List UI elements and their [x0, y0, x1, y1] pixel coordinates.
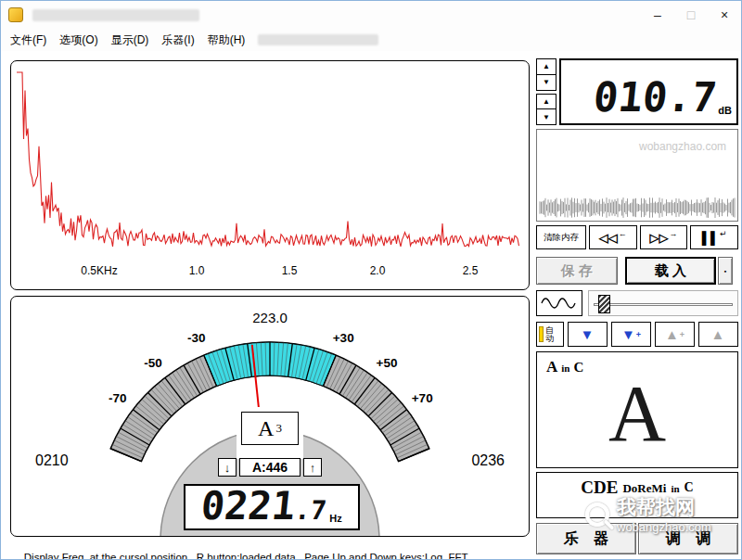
pause-icon: ▌▌ — [702, 231, 719, 245]
redacted-window-title — [32, 9, 199, 21]
app-icon — [8, 7, 23, 22]
forward-button[interactable]: ▷▷→ — [640, 225, 688, 249]
tuning-button[interactable]: 调 调 — [638, 523, 738, 554]
pause-button[interactable]: ▌▌↵ — [690, 225, 738, 249]
capture-waveform-box — [536, 129, 738, 222]
auto-mode-button[interactable]: 自动 — [536, 322, 564, 347]
shift-down-fine-button[interactable]: ▼+ — [611, 322, 651, 347]
menu-instrument[interactable]: 乐器(I) — [161, 32, 194, 48]
titlebar: – □ × — [1, 1, 741, 29]
ref-pitch-value: A:446 — [239, 458, 301, 477]
menu-help[interactable]: 帮助(H) — [208, 32, 246, 48]
doremi-in: in — [671, 483, 679, 494]
level-coarse-spinner: ▲ ▼ — [536, 58, 556, 91]
spectrum-plot — [11, 61, 529, 289]
save-button[interactable]: 保 存 — [536, 257, 618, 285]
auto-indicator — [539, 326, 544, 342]
up-arrow-plus-icon: ▲ — [665, 326, 679, 342]
spectrum-panel[interactable]: 0.5KHz 1.0 1.5 2.0 2.5 — [10, 60, 530, 290]
reference-pitch-row: ↓ A:446 ↑ — [11, 458, 529, 477]
status-bar: Display Freq. at the cursol position R.b… — [12, 541, 468, 560]
frequency-fraction: .7 — [294, 497, 328, 525]
slider-thumb[interactable] — [598, 295, 610, 313]
up-arrow-icon: ▲ — [711, 326, 725, 342]
x-tick-label: 1.0 — [189, 264, 205, 277]
redacted-menu-text — [258, 34, 378, 45]
shift-up-button[interactable]: ▲ — [698, 322, 738, 347]
volume-slider[interactable] — [588, 290, 738, 316]
x-tick-label: 0.5KHz — [81, 264, 117, 277]
ref-pitch-up-button[interactable]: ↑ — [303, 458, 322, 477]
svg-text:-70: -70 — [109, 391, 127, 405]
close-button[interactable]: × — [708, 1, 741, 29]
menu-display[interactable]: 显示(D) — [111, 32, 149, 48]
shift-up-fine-button[interactable]: ▲+ — [655, 322, 695, 347]
doremi-prefix: CDE — [581, 477, 618, 498]
cursor-frequency-readout: 223.0 — [11, 310, 529, 325]
note-display-panel: AinC A — [536, 351, 738, 468]
capture-waveform-lines — [540, 197, 735, 218]
x-tick-label: 2.5 — [463, 264, 479, 277]
svg-text:+30: +30 — [333, 331, 354, 345]
file-buttons-row: 保 存 载 入 ▪ — [536, 257, 738, 285]
sine-wave-icon — [541, 295, 578, 312]
level-meter-row: ▲ ▼ ▲ ▼ 010.7 dB — [536, 58, 738, 125]
doremi-label: DoReMi — [622, 481, 666, 496]
level-fine-up-button[interactable]: ▲ — [537, 95, 556, 109]
tuner-panel: -70-50-30+30+50+70 223.0 0210 0236 A3 ↓ … — [10, 296, 530, 537]
shift-down-button[interactable]: ▼ — [568, 322, 608, 347]
db-level-unit: dB — [718, 105, 732, 116]
stop-button[interactable]: ▪ — [718, 257, 733, 285]
pitch-shift-row: 自动 ▼ ▼+ ▲+ ▲ — [536, 322, 738, 347]
db-level-display: 010.7 dB — [559, 58, 738, 125]
x-tick-label: 1.5 — [282, 264, 298, 277]
note-octave: 3 — [275, 421, 282, 436]
generator-row — [536, 290, 738, 316]
svg-text:+70: +70 — [412, 391, 433, 405]
level-coarse-up-button[interactable]: ▲ — [537, 59, 556, 74]
rewind-button[interactable]: ◁◁← — [589, 225, 637, 249]
frequency-integer: 0221 — [199, 488, 297, 525]
level-fine-spinner: ▲ ▼ — [536, 94, 556, 126]
doremi-panel: CDE DoReMi in C — [536, 472, 738, 518]
level-fine-down-button[interactable]: ▼ — [537, 108, 556, 124]
minimize-button[interactable]: – — [641, 1, 674, 29]
spectrum-line — [17, 72, 519, 247]
slider-track — [594, 303, 733, 306]
instrument-button[interactable]: 乐 器 — [536, 523, 636, 554]
frequency-unit: Hz — [329, 513, 341, 524]
frequency-display: 0221 .7 Hz — [184, 484, 360, 530]
down-arrow-icon: ▼ — [581, 326, 595, 342]
sine-wave-button[interactable] — [536, 290, 582, 316]
status-text: Display Freq. at the cursol position R.b… — [24, 552, 468, 560]
x-tick-label: 2.0 — [370, 264, 386, 277]
bottom-buttons-row: 乐 器 调 调 — [536, 523, 738, 554]
load-button[interactable]: 载 入 — [625, 257, 716, 285]
rewind-icon: ◁◁ — [599, 231, 618, 245]
svg-text:-30: -30 — [187, 331, 206, 345]
capture-waveform — [537, 130, 737, 221]
note-name: A — [258, 416, 274, 441]
menubar: 文件(F) 选项(O) 显示(D) 乐器(I) 帮助(H) — [1, 29, 741, 51]
right-control-column: ▲ ▼ ▲ ▼ 010.7 dB 清除内存 ◁◁← — [536, 58, 738, 554]
maximize-button[interactable]: □ — [674, 1, 708, 29]
clear-memory-button[interactable]: 清除内存 — [536, 225, 586, 249]
window-controls: – □ × — [641, 1, 741, 29]
level-spinners: ▲ ▼ ▲ ▼ — [536, 58, 556, 125]
forward-icon: ▷▷ — [650, 231, 669, 245]
level-coarse-down-button[interactable]: ▼ — [537, 74, 556, 90]
menu-file[interactable]: 文件(F) — [10, 32, 46, 48]
svg-text:-50: -50 — [144, 356, 162, 370]
doremi-key: C — [684, 480, 694, 495]
down-arrow-plus-icon: ▼ — [621, 326, 635, 342]
note-octave-display: A3 — [241, 412, 299, 445]
note-letter: A — [537, 367, 737, 460]
auto-label: 自动 — [545, 326, 556, 343]
menu-options[interactable]: 选项(O) — [59, 32, 97, 48]
db-level-value: 010.7 — [591, 73, 719, 121]
transport-row: 清除内存 ◁◁← ▷▷→ ▌▌↵ — [536, 225, 738, 249]
app-window: – □ × 文件(F) 选项(O) 显示(D) 乐器(I) 帮助(H) 0.5K… — [0, 0, 742, 560]
svg-text:+50: +50 — [377, 356, 398, 370]
ref-pitch-down-button[interactable]: ↓ — [218, 458, 237, 477]
